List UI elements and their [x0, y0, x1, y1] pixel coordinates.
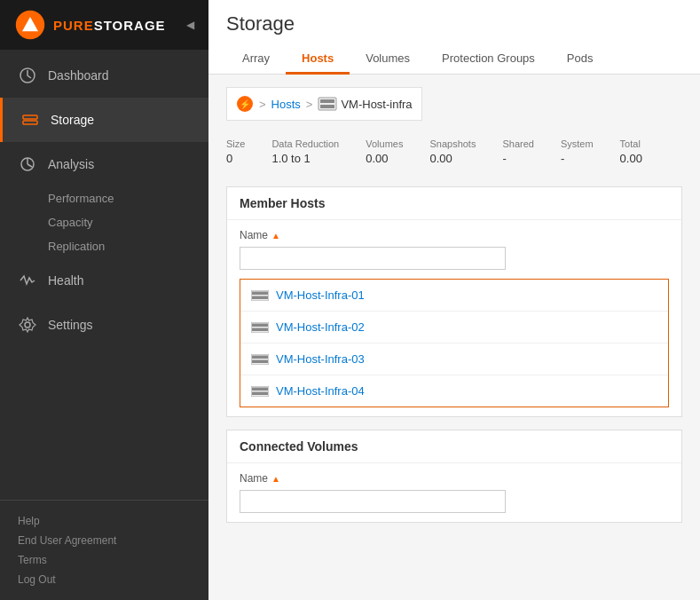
- analysis-subnav: Performance Capacity Replication: [0, 186, 208, 258]
- member-hosts-body: Name ▲ VM-Host-Infra-01: [227, 220, 681, 416]
- connected-volumes-section: Connected Volumes Name ▲: [226, 430, 682, 523]
- footer-terms[interactable]: Terms: [18, 550, 191, 570]
- stats-bar: Size 0 Data Reduction 1.0 to 1 Volumes 0…: [226, 131, 682, 172]
- svg-rect-21: [252, 355, 268, 359]
- sidebar-nav: Dashboard Storage Analysis: [0, 50, 208, 500]
- stat-total: Total 0.00: [620, 138, 642, 165]
- svg-point-8: [25, 322, 30, 328]
- footer-help[interactable]: Help: [18, 511, 191, 531]
- svg-rect-24: [252, 387, 268, 391]
- svg-line-7: [28, 164, 32, 167]
- vol-name-sort-icon[interactable]: ▲: [271, 474, 280, 484]
- sidebar-item-settings[interactable]: Settings: [0, 303, 208, 347]
- logo-text: PURESTORAGE: [53, 18, 166, 33]
- sidebar-item-capacity[interactable]: Capacity: [48, 210, 208, 234]
- sidebar-item-health[interactable]: Health: [0, 258, 208, 303]
- storage-icon: [20, 110, 40, 130]
- svg-rect-13: [320, 105, 334, 108]
- host-link-1[interactable]: VM-Host-Infra-01: [276, 288, 365, 302]
- svg-rect-16: [252, 296, 268, 299]
- stat-system: System -: [561, 138, 594, 165]
- breadcrumb-home-icon[interactable]: ⚡: [236, 95, 254, 113]
- page-title: Storage: [226, 12, 682, 36]
- sidebar-item-performance[interactable]: Performance: [48, 186, 208, 210]
- sidebar-item-analysis[interactable]: Analysis: [0, 142, 208, 186]
- connected-volumes-col-header: Name ▲: [240, 472, 669, 485]
- sidebar-item-label: Dashboard: [48, 68, 109, 83]
- name-sort-icon[interactable]: ▲: [271, 231, 280, 241]
- sidebar-item-label: Storage: [51, 113, 94, 127]
- purestorage-logo-icon: [14, 9, 46, 41]
- footer-eua[interactable]: End User Agreement: [18, 531, 191, 550]
- sidebar-item-label: Health: [48, 273, 83, 288]
- main-content: Storage Array Hosts Volumes Protection G…: [208, 0, 700, 600]
- host-icon-2: [251, 322, 269, 333]
- member-hosts-list: VM-Host-Infra-01 VM-Host-Infra-02: [240, 279, 669, 407]
- tab-array[interactable]: Array: [226, 44, 286, 75]
- host-link-4[interactable]: VM-Host-Infra-04: [276, 384, 365, 398]
- svg-rect-15: [252, 291, 268, 295]
- sidebar-footer: Help End User Agreement Terms Log Out: [0, 500, 208, 600]
- settings-icon: [18, 315, 37, 335]
- host-item[interactable]: VM-Host-Infra-02: [240, 312, 668, 343]
- connected-volumes-title: Connected Volumes: [227, 430, 681, 463]
- sidebar-item-dashboard[interactable]: Dashboard: [0, 53, 208, 98]
- sidebar-collapse-icon[interactable]: ◀: [186, 19, 194, 31]
- member-hosts-section: Member Hosts Name ▲: [226, 186, 682, 417]
- stat-snapshots: Snapshots 0.00: [429, 138, 476, 165]
- svg-rect-25: [252, 391, 268, 395]
- host-link-2[interactable]: VM-Host-Infra-02: [276, 320, 365, 334]
- tab-volumes[interactable]: Volumes: [350, 44, 426, 75]
- breadcrumb-current: VM-Host-infra: [318, 97, 412, 111]
- host-item[interactable]: VM-Host-Infra-04: [240, 375, 668, 407]
- tab-protection-groups[interactable]: Protection Groups: [426, 44, 551, 75]
- sidebar: PURESTORAGE ◀ Dashboard Storage: [0, 0, 208, 600]
- member-hosts-filter-input[interactable]: [240, 247, 506, 270]
- host-icon-3: [251, 354, 269, 365]
- footer-logout[interactable]: Log Out: [18, 570, 191, 589]
- host-icon-4: [251, 386, 269, 397]
- sidebar-item-storage[interactable]: Storage: [0, 98, 208, 142]
- member-hosts-title: Member Hosts: [227, 187, 681, 220]
- breadcrumb-sep-1: >: [259, 98, 266, 111]
- stat-data-reduction: Data Reduction 1.0 to 1: [271, 138, 339, 165]
- stat-shared: Shared -: [502, 138, 533, 165]
- analysis-icon: [18, 154, 37, 174]
- stat-volumes: Volumes 0.00: [366, 138, 403, 165]
- connected-volumes-filter-input[interactable]: [240, 490, 506, 513]
- sidebar-item-label: Settings: [48, 318, 93, 332]
- connected-volumes-body: Name ▲: [227, 463, 681, 522]
- host-item[interactable]: VM-Host-Infra-03: [240, 343, 668, 375]
- host-link-3[interactable]: VM-Host-Infra-03: [276, 352, 365, 366]
- logo: PURESTORAGE ◀: [0, 0, 208, 50]
- tab-bar: Array Hosts Volumes Protection Groups Po…: [226, 44, 682, 74]
- tab-pods[interactable]: Pods: [551, 44, 610, 75]
- svg-rect-12: [320, 99, 334, 103]
- host-item[interactable]: VM-Host-Infra-01: [240, 280, 668, 312]
- hostgroup-icon: [318, 97, 337, 111]
- health-icon: [18, 271, 37, 290]
- member-hosts-col-header: Name ▲: [240, 229, 669, 241]
- svg-rect-3: [23, 115, 37, 119]
- svg-text:⚡: ⚡: [240, 99, 251, 110]
- stat-size: Size 0: [226, 138, 245, 165]
- svg-rect-4: [23, 121, 37, 124]
- breadcrumb-sep-2: >: [306, 98, 313, 111]
- tab-hosts[interactable]: Hosts: [286, 44, 350, 75]
- svg-rect-18: [252, 323, 268, 327]
- breadcrumb-hosts-link[interactable]: Hosts: [271, 98, 301, 111]
- sidebar-item-replication[interactable]: Replication: [48, 234, 208, 258]
- dashboard-icon: [18, 66, 37, 85]
- svg-rect-22: [252, 359, 268, 363]
- breadcrumb: ⚡ > Hosts > VM-Host-infra: [226, 87, 422, 121]
- svg-rect-19: [252, 328, 268, 331]
- content-area: ⚡ > Hosts > VM-Host-infra Size 0: [208, 75, 700, 600]
- sidebar-item-label: Analysis: [48, 157, 94, 171]
- main-header: Storage Array Hosts Volumes Protection G…: [208, 0, 700, 75]
- host-icon-1: [251, 290, 269, 301]
